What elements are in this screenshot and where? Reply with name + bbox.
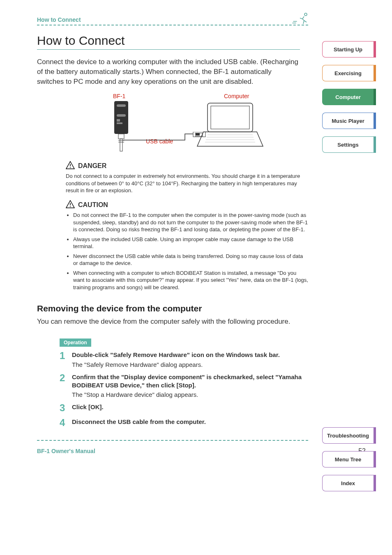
step-title: Disconnect the USB cable from the comput… bbox=[72, 418, 306, 426]
step-4: 4 Disconnect the USB cable from the comp… bbox=[60, 418, 306, 428]
svg-rect-4 bbox=[117, 119, 120, 122]
step-title: Confirm that the "Display device compone… bbox=[72, 373, 306, 390]
usb-cable-icon bbox=[123, 132, 197, 148]
svg-rect-11 bbox=[211, 106, 249, 129]
caution-item: Never disconnect the USB cable while dat… bbox=[73, 253, 308, 267]
removing-heading: Removing the device from the computer bbox=[37, 304, 312, 313]
svg-rect-5 bbox=[117, 122, 122, 124]
step-1: 1 Double-click "Safely Remove Hardware" … bbox=[60, 351, 306, 368]
svg-rect-2 bbox=[117, 104, 126, 107]
operation-tag: Operation bbox=[60, 339, 91, 347]
footer-manual: BF-1 Owner's Manual bbox=[37, 448, 95, 454]
step-number: 2 bbox=[60, 373, 68, 383]
caution-item: Do not connect the BF-1 to the computer … bbox=[73, 212, 308, 233]
caution-list: Do not connect the BF-1 to the computer … bbox=[66, 212, 308, 291]
divider-bottom bbox=[37, 440, 308, 441]
svg-rect-3 bbox=[117, 114, 126, 117]
steps-list: 1 Double-click "Safely Remove Hardware" … bbox=[60, 351, 306, 428]
warning-icon bbox=[66, 161, 75, 171]
danger-heading: DANGER bbox=[78, 162, 106, 170]
caution-heading: CAUTION bbox=[78, 201, 108, 209]
intro-text: Connect the device to a working computer… bbox=[37, 57, 300, 86]
tab-exercising[interactable]: Exercising bbox=[322, 65, 374, 81]
tab-menu-tree[interactable]: Menu Tree bbox=[322, 451, 374, 467]
svg-point-14 bbox=[70, 167, 71, 168]
step-title: Double-click "Safely Remove Hardware" ic… bbox=[72, 351, 306, 359]
divider-top bbox=[37, 25, 308, 25]
warning-icon bbox=[66, 200, 75, 210]
step-3: 3 Click [OK]. bbox=[60, 403, 306, 413]
breadcrumb: How to Connect bbox=[37, 16, 312, 23]
removing-intro: You can remove the device from the compu… bbox=[37, 317, 300, 327]
computer-label: Computer bbox=[224, 93, 249, 99]
side-tabs-top: Starting Up Exercising Computer Music Pl… bbox=[322, 41, 374, 153]
step-desc: The "Stop a Hardware device" dialog appe… bbox=[72, 391, 306, 398]
connection-diagram: BF-1 Computer USB cable bbox=[51, 93, 298, 154]
step-number: 1 bbox=[60, 351, 68, 361]
caution-item: When connecting with a computer to which… bbox=[73, 269, 308, 291]
tab-music-player[interactable]: Music Player bbox=[322, 113, 374, 129]
svg-point-16 bbox=[70, 206, 71, 207]
tab-troubleshooting[interactable]: Troubleshooting bbox=[322, 427, 374, 444]
step-title: Click [OK]. bbox=[72, 403, 306, 411]
caution-item: Always use the included USB cable. Using… bbox=[73, 236, 308, 250]
tab-settings[interactable]: Settings bbox=[322, 136, 374, 153]
step-desc: The "Safely Remove Hardware" dialog appe… bbox=[72, 361, 306, 368]
svg-rect-10 bbox=[208, 103, 253, 132]
step-number: 3 bbox=[60, 403, 68, 413]
tab-index[interactable]: Index bbox=[322, 475, 374, 491]
danger-block: DANGER Do not connect to a computer in e… bbox=[66, 161, 308, 194]
caution-block: CAUTION Do not connect the BF-1 to the c… bbox=[66, 200, 308, 291]
tab-computer[interactable]: Computer bbox=[322, 89, 374, 105]
computer-icon bbox=[195, 101, 269, 152]
page-title: How to Connect bbox=[37, 34, 300, 50]
side-tabs-bottom: Troubleshooting Menu Tree Index bbox=[322, 427, 374, 491]
tab-starting-up[interactable]: Starting Up bbox=[322, 41, 374, 58]
danger-text: Do not connect to a computer in extremel… bbox=[66, 173, 308, 194]
step-2: 2 Confirm that the "Display device compo… bbox=[60, 373, 306, 398]
step-number: 4 bbox=[60, 418, 68, 428]
bf1-label: BF-1 bbox=[113, 93, 125, 99]
